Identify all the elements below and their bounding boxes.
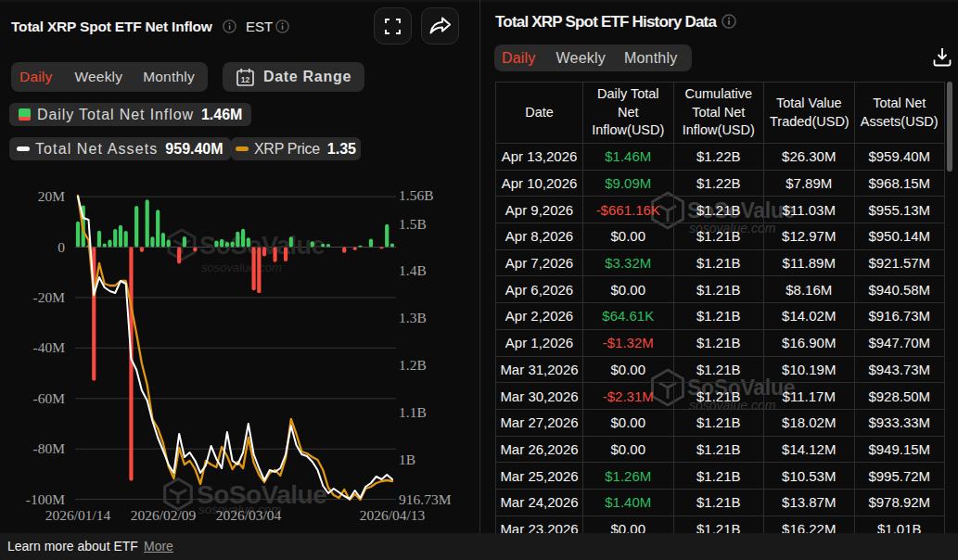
svg-text:1.56B: 1.56B [399, 187, 433, 203]
svg-text:916.73M: 916.73M [399, 491, 452, 507]
svg-text:sosovalue.com: sosovalue.com [201, 261, 282, 274]
svg-text:1B: 1B [399, 452, 415, 467]
svg-text:2026/03/04: 2026/03/04 [216, 507, 282, 523]
svg-text:1.1B: 1.1B [399, 404, 427, 420]
svg-text:-80M: -80M [33, 440, 66, 456]
svg-text:2026/02/09: 2026/02/09 [131, 507, 197, 523]
svg-text:1.4B: 1.4B [399, 262, 427, 278]
svg-text:0: 0 [57, 239, 65, 255]
svg-text:-60M: -60M [33, 390, 66, 406]
svg-text:-40M: -40M [33, 339, 66, 355]
svg-text:1.5B: 1.5B [399, 216, 427, 232]
svg-text:1.3B: 1.3B [399, 310, 427, 325]
svg-text:1.2B: 1.2B [399, 357, 427, 373]
svg-text:20M: 20M [38, 188, 66, 204]
svg-text:-100M: -100M [26, 491, 65, 507]
svg-text:12: 12 [241, 75, 250, 84]
svg-text:2026/04/13: 2026/04/13 [360, 507, 426, 523]
svg-text:-20M: -20M [33, 289, 66, 305]
svg-text:2026/01/14: 2026/01/14 [45, 507, 111, 523]
